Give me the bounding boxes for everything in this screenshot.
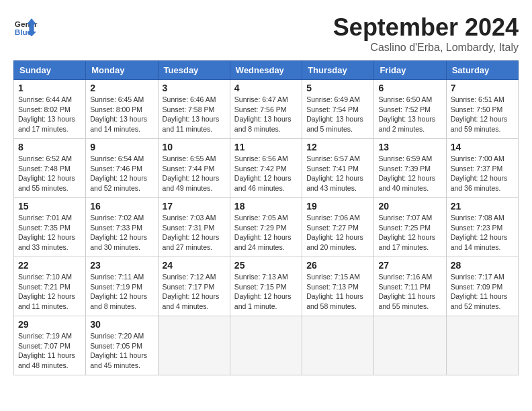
day-number: 24 (163, 260, 226, 271)
day-info: Sunrise: 6:50 AMSunset: 7:52 PMDaylight:… (378, 95, 441, 134)
day-info: Sunrise: 7:11 AMSunset: 7:19 PMDaylight:… (90, 272, 153, 312)
day-info: Sunrise: 7:01 AMSunset: 7:35 PMDaylight:… (18, 213, 81, 253)
week-row-2: 8Sunrise: 6:52 AMSunset: 7:48 PMDaylight… (14, 139, 519, 198)
day-number: 8 (18, 142, 81, 152)
calendar-cell: 28Sunrise: 7:17 AMSunset: 7:09 PMDayligh… (446, 257, 518, 316)
calendar-cell: 10Sunrise: 6:55 AMSunset: 7:44 PMDayligh… (158, 139, 230, 198)
day-info: Sunrise: 6:59 AMSunset: 7:39 PMDaylight:… (378, 154, 441, 193)
day-info: Sunrise: 7:15 AMSunset: 7:13 PMDaylight:… (306, 272, 369, 312)
day-info: Sunrise: 7:07 AMSunset: 7:25 PMDaylight:… (378, 213, 441, 253)
header-thursday: Thursday (302, 61, 374, 80)
calendar-cell (158, 316, 230, 375)
day-number: 21 (451, 201, 514, 212)
day-info: Sunrise: 7:16 AMSunset: 7:11 PMDaylight:… (378, 272, 441, 312)
day-info: Sunrise: 6:45 AMSunset: 8:00 PMDaylight:… (90, 95, 153, 134)
calendar-cell: 11Sunrise: 6:56 AMSunset: 7:42 PMDayligh… (230, 139, 302, 198)
calendar-cell: 9Sunrise: 6:54 AMSunset: 7:46 PMDaylight… (86, 139, 158, 198)
header-wednesday: Wednesday (230, 61, 302, 80)
calendar-cell: 27Sunrise: 7:16 AMSunset: 7:11 PMDayligh… (374, 257, 446, 316)
day-number: 23 (90, 260, 153, 271)
header-sunday: Sunday (14, 61, 86, 80)
calendar-cell: 20Sunrise: 7:07 AMSunset: 7:25 PMDayligh… (374, 198, 446, 257)
day-info: Sunrise: 6:47 AMSunset: 7:56 PMDaylight:… (234, 95, 298, 134)
day-info: Sunrise: 6:56 AMSunset: 7:42 PMDaylight:… (234, 154, 298, 193)
calendar-cell: 7Sunrise: 6:51 AMSunset: 7:50 PMDaylight… (446, 80, 518, 139)
calendar-cell: 19Sunrise: 7:06 AMSunset: 7:27 PMDayligh… (302, 198, 374, 257)
calendar-cell: 18Sunrise: 7:05 AMSunset: 7:29 PMDayligh… (230, 198, 302, 257)
day-number: 1 (18, 83, 81, 93)
day-info: Sunrise: 6:52 AMSunset: 7:48 PMDaylight:… (18, 154, 81, 193)
day-number: 3 (163, 83, 226, 93)
calendar-cell: 17Sunrise: 7:03 AMSunset: 7:31 PMDayligh… (158, 198, 230, 257)
day-number: 5 (306, 83, 369, 93)
day-number: 12 (306, 142, 369, 152)
day-info: Sunrise: 7:17 AMSunset: 7:09 PMDaylight:… (451, 272, 514, 312)
day-number: 28 (451, 260, 514, 271)
week-row-4: 22Sunrise: 7:10 AMSunset: 7:21 PMDayligh… (14, 257, 519, 316)
day-info: Sunrise: 7:10 AMSunset: 7:21 PMDaylight:… (18, 272, 81, 312)
calendar-cell: 12Sunrise: 6:57 AMSunset: 7:41 PMDayligh… (302, 139, 374, 198)
calendar-cell: 25Sunrise: 7:13 AMSunset: 7:15 PMDayligh… (230, 257, 302, 316)
calendar-cell: 13Sunrise: 6:59 AMSunset: 7:39 PMDayligh… (374, 139, 446, 198)
calendar-cell (374, 316, 446, 375)
header-friday: Friday (374, 61, 446, 80)
calendar-cell: 23Sunrise: 7:11 AMSunset: 7:19 PMDayligh… (86, 257, 158, 316)
title-block: September 2024 Caslino d'Erba, Lombardy,… (333, 13, 519, 54)
day-number: 15 (18, 201, 81, 212)
day-number: 22 (18, 260, 81, 271)
header-saturday: Saturday (446, 61, 518, 80)
calendar-cell: 22Sunrise: 7:10 AMSunset: 7:21 PMDayligh… (14, 257, 86, 316)
calendar-cell: 2Sunrise: 6:45 AMSunset: 8:00 PMDaylight… (86, 80, 158, 139)
day-info: Sunrise: 7:19 AMSunset: 7:07 PMDaylight:… (18, 331, 81, 371)
day-number: 9 (90, 142, 153, 152)
day-info: Sunrise: 6:57 AMSunset: 7:41 PMDaylight:… (306, 154, 369, 193)
day-info: Sunrise: 7:20 AMSunset: 7:05 PMDaylight:… (90, 331, 153, 371)
day-number: 25 (234, 260, 298, 271)
location: Caslino d'Erba, Lombardy, Italy (333, 42, 519, 54)
day-info: Sunrise: 7:05 AMSunset: 7:29 PMDaylight:… (234, 213, 298, 253)
calendar-cell: 1Sunrise: 6:44 AMSunset: 8:02 PMDaylight… (14, 80, 86, 139)
day-number: 7 (451, 83, 514, 93)
day-number: 4 (234, 83, 298, 93)
page-header: General Blue September 2024 Caslino d'Er… (13, 13, 519, 54)
calendar-table: SundayMondayTuesdayWednesdayThursdayFrid… (13, 60, 519, 375)
calendar-cell: 30Sunrise: 7:20 AMSunset: 7:05 PMDayligh… (86, 316, 158, 375)
header-monday: Monday (86, 61, 158, 80)
day-number: 11 (234, 142, 298, 152)
calendar-cell: 15Sunrise: 7:01 AMSunset: 7:35 PMDayligh… (14, 198, 86, 257)
calendar-cell (302, 316, 374, 375)
day-number: 18 (234, 201, 298, 212)
day-info: Sunrise: 7:03 AMSunset: 7:31 PMDaylight:… (163, 213, 226, 253)
day-info: Sunrise: 7:00 AMSunset: 7:37 PMDaylight:… (451, 154, 514, 193)
calendar-cell: 6Sunrise: 6:50 AMSunset: 7:52 PMDaylight… (374, 80, 446, 139)
day-info: Sunrise: 7:06 AMSunset: 7:27 PMDaylight:… (306, 213, 369, 253)
day-number: 19 (306, 201, 369, 212)
week-row-3: 15Sunrise: 7:01 AMSunset: 7:35 PMDayligh… (14, 198, 519, 257)
calendar-cell: 29Sunrise: 7:19 AMSunset: 7:07 PMDayligh… (14, 316, 86, 375)
week-row-5: 29Sunrise: 7:19 AMSunset: 7:07 PMDayligh… (14, 316, 519, 375)
day-number: 2 (90, 83, 153, 93)
week-row-1: 1Sunrise: 6:44 AMSunset: 8:02 PMDaylight… (14, 80, 519, 139)
day-number: 13 (378, 142, 441, 152)
day-number: 6 (378, 83, 441, 93)
month-title: September 2024 (333, 13, 519, 42)
logo: General Blue (13, 13, 38, 38)
day-info: Sunrise: 6:51 AMSunset: 7:50 PMDaylight:… (451, 95, 514, 134)
day-number: 26 (306, 260, 369, 271)
calendar-cell: 14Sunrise: 7:00 AMSunset: 7:37 PMDayligh… (446, 139, 518, 198)
calendar-cell (230, 316, 302, 375)
logo-icon: General Blue (13, 13, 38, 38)
day-info: Sunrise: 7:13 AMSunset: 7:15 PMDaylight:… (234, 272, 298, 312)
day-info: Sunrise: 7:12 AMSunset: 7:17 PMDaylight:… (163, 272, 226, 312)
day-info: Sunrise: 6:49 AMSunset: 7:54 PMDaylight:… (306, 95, 369, 134)
day-info: Sunrise: 7:08 AMSunset: 7:23 PMDaylight:… (451, 213, 514, 253)
day-number: 17 (163, 201, 226, 212)
calendar-cell: 26Sunrise: 7:15 AMSunset: 7:13 PMDayligh… (302, 257, 374, 316)
day-number: 10 (163, 142, 226, 152)
calendar-cell: 24Sunrise: 7:12 AMSunset: 7:17 PMDayligh… (158, 257, 230, 316)
calendar-header-row: SundayMondayTuesdayWednesdayThursdayFrid… (14, 61, 519, 80)
calendar-cell: 21Sunrise: 7:08 AMSunset: 7:23 PMDayligh… (446, 198, 518, 257)
day-number: 27 (378, 260, 441, 271)
day-info: Sunrise: 6:55 AMSunset: 7:44 PMDaylight:… (163, 154, 226, 193)
calendar-cell: 3Sunrise: 6:46 AMSunset: 7:58 PMDaylight… (158, 80, 230, 139)
